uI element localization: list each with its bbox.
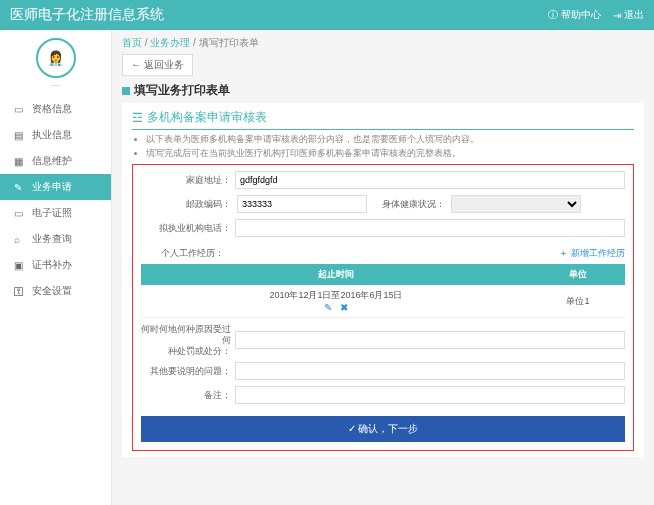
crumb-current: 填写打印表单 xyxy=(199,37,259,48)
exp-table: 起止时间 单位 2010年12月1日至2016年6月15日 ✎ ✖ 单位1 xyxy=(141,264,625,318)
lock-icon: ⚿ xyxy=(14,286,24,297)
table-row: 2010年12月1日至2016年6月15日 ✎ ✖ 单位1 xyxy=(141,285,625,318)
row-phone: 拟执业机构电话： xyxy=(141,219,625,237)
sidebar-item-elicense[interactable]: ▭电子证照 xyxy=(0,200,111,226)
apply-icon: ✎ xyxy=(14,182,24,193)
cell-time: 2010年12月1日至2016年6月15日 xyxy=(147,289,525,302)
tip-a: 以下表单为医师多机构备案申请审核表的部分内容，也是需要医师个人填写的内容。 xyxy=(146,133,634,147)
form-icon: ☲ xyxy=(132,111,143,125)
nav-label: 业务申请 xyxy=(32,180,72,194)
header-links: ⓘ 帮助中心 ⇥ 退出 xyxy=(548,8,644,22)
edit-icon[interactable]: ✎ xyxy=(324,302,332,313)
card-title-text: 多机构备案申请审核表 xyxy=(147,109,267,126)
nav-label: 证书补办 xyxy=(32,258,72,272)
search-icon: ⌕ xyxy=(14,234,24,245)
add-exp-link[interactable]: ＋ 新增工作经历 xyxy=(559,247,625,260)
nav-label: 业务查询 xyxy=(32,232,72,246)
exp-title-row: 个人工作经历： ＋ 新增工作经历 xyxy=(141,243,625,264)
card-header: ☲ 多机构备案申请审核表 xyxy=(132,109,634,130)
avatar: 👩‍⚕️ xyxy=(36,38,76,78)
main: 首页 / 业务办理 / 填写打印表单 ← 返回业务 填写业务打印表单 ☲ 多机构… xyxy=(112,30,654,505)
form-area: 家庭地址： 邮政编码： 身体健康状况： 拟执业机构电话： 个人工作经历： ＋ 新… xyxy=(132,164,634,451)
license-icon: ▭ xyxy=(14,208,24,219)
cell-unit: 单位1 xyxy=(531,285,625,318)
label-other: 其他要说明的问题： xyxy=(141,365,231,378)
row-home-addr: 家庭地址： xyxy=(141,171,625,189)
card-icon: ▭ xyxy=(14,104,24,115)
sidebar-item-apply[interactable]: ✎业务申请 xyxy=(0,174,111,200)
row-other: 其他要说明的问题： xyxy=(141,362,625,380)
container: 👩‍⚕️ — ▭资格信息 ▤执业信息 ▦信息维护 ✎业务申请 ▭电子证照 ⌕业务… xyxy=(0,30,654,505)
input-phone[interactable] xyxy=(235,219,625,237)
row-postcode: 邮政编码： 身体健康状况： xyxy=(141,195,625,213)
sidebar-item-query[interactable]: ⌕业务查询 xyxy=(0,226,111,252)
breadcrumb: 首页 / 业务办理 / 填写打印表单 xyxy=(122,36,644,50)
app-title: 医师电子化注册信息系统 xyxy=(10,6,548,24)
nav-label: 资格信息 xyxy=(32,102,72,116)
section-title-text: 填写业务打印表单 xyxy=(134,82,230,99)
row-actions: ✎ ✖ xyxy=(324,302,348,313)
section-title: 填写业务打印表单 xyxy=(122,82,644,99)
nurse-icon: 👩‍⚕️ xyxy=(47,50,64,66)
help-link[interactable]: ⓘ 帮助中心 xyxy=(548,8,601,22)
label-postcode: 邮政编码： xyxy=(141,198,231,211)
gear-icon: ▦ xyxy=(14,156,24,167)
exp-title: 个人工作经历： xyxy=(161,248,224,258)
label-punish-2: 种处罚或处分： xyxy=(141,346,231,357)
nav-label: 电子证照 xyxy=(32,206,72,220)
input-punish[interactable] xyxy=(235,331,625,349)
row-punish: 何时何地何种原因受过何 种处罚或处分： xyxy=(141,324,625,356)
label-punish-1: 何时何地何种原因受过何 xyxy=(141,324,231,346)
input-other[interactable] xyxy=(235,362,625,380)
tip-b: 填写完成后可在当前执业医疗机构打印医师多机构备案申请审核表的完整表格。 xyxy=(146,147,634,161)
avatar-zone: 👩‍⚕️ — xyxy=(0,30,111,96)
help-text: 帮助中心 xyxy=(561,8,601,22)
logout-link[interactable]: ⇥ 退出 xyxy=(613,8,644,22)
input-remark[interactable] xyxy=(235,386,625,404)
avatar-sub: — xyxy=(0,80,111,90)
confirm-button[interactable]: ✓ 确认，下一步 xyxy=(141,416,625,442)
row-remark: 备注： xyxy=(141,386,625,404)
crumb-home[interactable]: 首页 xyxy=(122,37,142,48)
nav-label: 执业信息 xyxy=(32,128,72,142)
label-punish: 何时何地何种原因受过何 种处罚或处分： xyxy=(141,324,231,356)
nav-label: 安全设置 xyxy=(32,284,72,298)
back-button[interactable]: ← 返回业务 xyxy=(122,54,193,76)
tips: 以下表单为医师多机构备案申请审核表的部分内容，也是需要医师个人填写的内容。 填写… xyxy=(132,133,634,160)
input-postcode[interactable] xyxy=(237,195,367,213)
reissue-icon: ▣ xyxy=(14,260,24,271)
input-home-addr[interactable] xyxy=(235,171,625,189)
card: ☲ 多机构备案申请审核表 以下表单为医师多机构备案申请审核表的部分内容，也是需要… xyxy=(122,103,644,457)
col-unit: 单位 xyxy=(531,264,625,285)
label-remark: 备注： xyxy=(141,389,231,402)
sidebar-item-qualify[interactable]: ▭资格信息 xyxy=(0,96,111,122)
help-icon: ⓘ xyxy=(548,8,558,22)
sidebar-item-maintain[interactable]: ▦信息维护 xyxy=(0,148,111,174)
label-phone: 拟执业机构电话： xyxy=(141,222,231,235)
delete-icon[interactable]: ✖ xyxy=(340,302,348,313)
sidebar-item-practice[interactable]: ▤执业信息 xyxy=(0,122,111,148)
app-header: 医师电子化注册信息系统 ⓘ 帮助中心 ⇥ 退出 xyxy=(0,0,654,30)
sidebar-item-reissue[interactable]: ▣证书补办 xyxy=(0,252,111,278)
logout-icon: ⇥ xyxy=(613,10,621,21)
square-icon xyxy=(122,87,130,95)
col-time: 起止时间 xyxy=(141,264,531,285)
nav-label: 信息维护 xyxy=(32,154,72,168)
logout-text: 退出 xyxy=(624,8,644,22)
sidebar-item-security[interactable]: ⚿安全设置 xyxy=(0,278,111,304)
doc-icon: ▤ xyxy=(14,130,24,141)
label-health: 身体健康状况： xyxy=(373,198,445,211)
select-health[interactable] xyxy=(451,195,581,213)
sidebar: 👩‍⚕️ — ▭资格信息 ▤执业信息 ▦信息维护 ✎业务申请 ▭电子证照 ⌕业务… xyxy=(0,30,112,505)
label-home-addr: 家庭地址： xyxy=(141,174,231,187)
crumb-biz[interactable]: 业务办理 xyxy=(150,37,190,48)
